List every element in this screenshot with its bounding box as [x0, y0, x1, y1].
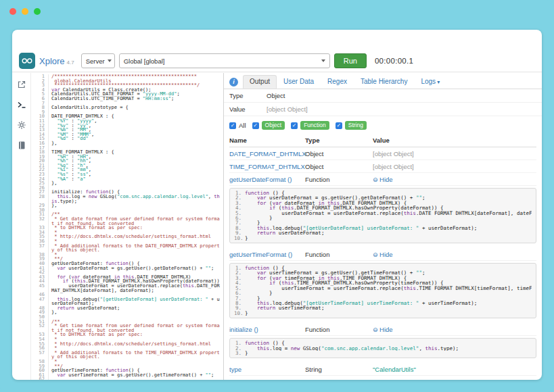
editor-line-code: * to DHTMLX format as per spec:	[51, 226, 223, 230]
editor-line: 28 this.log = new GSLog("com.snc.app.cal…	[31, 195, 223, 203]
side-icon-strip	[12, 73, 31, 380]
code-line-text: }	[245, 296, 532, 301]
scope-select[interactable]: Global [global]	[119, 53, 330, 68]
result-name-cell: type	[229, 366, 305, 373]
summary-label: Value	[229, 105, 267, 113]
editor-line-number: 62	[31, 377, 49, 380]
table-row: typeString"CalendarUtils"	[229, 363, 536, 376]
code-line-text: return userDateFormat;	[245, 230, 532, 235]
result-type-cell: Function	[305, 251, 373, 258]
object-name-link[interactable]: getUserTimeFormat ()	[229, 251, 292, 258]
book-icon[interactable]	[17, 141, 26, 150]
editor-line-number: 4	[31, 88, 49, 93]
code-line-text: for (var timeFormat in this.TIME_FORMAT_…	[245, 276, 532, 280]
xplore-window: Xplore 4.7 Server Global [global] Run 00…	[12, 30, 542, 380]
editor-line-code	[51, 315, 223, 320]
filter-object[interactable]: ✓Object	[252, 121, 285, 130]
result-type-cell: String	[305, 366, 373, 373]
code-line-text: if (this.TIME_FORMAT_DHTMLX.hasOwnProper…	[245, 280, 532, 285]
summary-label: Type	[229, 92, 267, 99]
editor-line-code: },	[51, 141, 223, 146]
editor-line-code: var userTimeFormat = gs.getUser().getTim…	[51, 373, 223, 378]
editor-line-code: },	[51, 310, 223, 315]
tab-regex[interactable]: Regex	[321, 75, 354, 89]
hide-code-link[interactable]: ⊖ Hide	[373, 326, 393, 333]
tab-output[interactable]: Output	[243, 75, 277, 89]
code-line: 1.function () {	[234, 341, 532, 345]
editor-line-code: CalendarUtils.UTC_TIME_FORMAT = "HH:mm:s…	[51, 97, 223, 101]
editor-line: 45 userDateFormat = userDateFormat.repla…	[31, 284, 223, 293]
hide-code-link[interactable]: ⊖ Hide	[373, 251, 393, 258]
editor-line-code: * Add additional formats to the TIME_FOR…	[51, 351, 223, 360]
run-button[interactable]: Run	[334, 53, 367, 68]
server-select[interactable]: Server	[81, 53, 115, 68]
table-row: TIME_FORMAT_DHTMLXObject[object Object]	[229, 160, 536, 173]
result-type-cell: Object	[305, 163, 373, 170]
code-line: 5. userDateFormat = userDateFormat.repla…	[234, 211, 532, 216]
tab-table-hierarchy[interactable]: Table Hierarchy	[354, 75, 414, 89]
table-row: DATE_FORMAT_DHTMLXObject[object Object]	[229, 147, 536, 160]
object-name-link[interactable]: TIME_FORMAT_DHTMLX	[229, 163, 305, 170]
table-row: getUserDateFormat ()Function⊖ Hide	[229, 173, 536, 186]
code-editor[interactable]: 1/**************************************…	[31, 73, 224, 380]
code-line-text: if (this.DATE_FORMAT_DHTMLX.hasOwnProper…	[245, 205, 532, 210]
code-line: 6. }	[234, 291, 532, 295]
function-source-block: 1.function () {2. var userTimeFormat = g…	[229, 263, 536, 318]
object-name-link[interactable]: initialize ()	[229, 326, 258, 333]
result-value-cell: [object Object]	[373, 163, 536, 170]
code-line-text: }	[245, 220, 532, 225]
result-summary: TypeObjectValue[object Object]	[224, 89, 542, 116]
info-icon[interactable]: i	[229, 78, 238, 87]
checkbox-icon[interactable]: ✓	[336, 122, 342, 129]
execution-timer: 00:00:00.1	[375, 57, 413, 65]
terminal-icon[interactable]	[17, 100, 26, 109]
checkbox-icon[interactable]: ✓	[229, 122, 236, 129]
editor-line: 15 "%d" : "dd"	[31, 137, 223, 141]
close-window-button[interactable]	[9, 8, 16, 15]
code-line: 4. if (this.TIME_FORMAT_DHTMLX.hasOwnPro…	[234, 280, 532, 285]
editor-line: 53 * to DHTMLX format as per spec:	[31, 333, 223, 337]
function-source-block: 1.function () {2. this.log = new GSLog("…	[229, 338, 536, 358]
result-value-cell: ⊖ Hide	[373, 176, 536, 183]
code-line-text: for (var dateFormat in this.DATE_FORMAT_…	[245, 201, 532, 205]
checkbox-icon[interactable]: ✓	[291, 122, 298, 129]
tab-logs[interactable]: Logs ▾	[414, 75, 446, 89]
checkbox-icon[interactable]: ✓	[252, 122, 259, 129]
code-line: 8. this.log.debug("[getUserDateFormat] u…	[234, 226, 532, 230]
result-name-cell: getUserDateFormat ()	[229, 176, 305, 183]
editor-line-code: this.log = new GSLog("com.snc.app.calend…	[51, 195, 223, 203]
filter-function[interactable]: ✓Function	[291, 121, 329, 130]
editor-line-code: "%A" : "a"	[51, 177, 223, 182]
code-line-text: function () {	[245, 191, 532, 195]
filter-badge: Object	[262, 121, 285, 130]
circle-minus-icon: ⊖	[373, 326, 379, 333]
filter-all[interactable]: ✓All	[229, 122, 246, 129]
code-line: 9. return userTimeFormat;	[234, 305, 532, 310]
editor-line-number: 8	[31, 105, 49, 110]
editor-line-number: 7	[31, 101, 49, 106]
minimize-window-button[interactable]	[22, 8, 28, 15]
code-line: 8. this.log.debug("[getUserTimeFormat] u…	[234, 301, 532, 305]
summary-value: Object	[267, 92, 285, 99]
filter-string[interactable]: ✓String	[336, 121, 367, 130]
results-table: NameTypeValueDATE_FORMAT_DHTMLXObject[ob…	[224, 134, 542, 376]
editor-line: 29},	[31, 203, 223, 208]
code-line-text: }	[245, 311, 532, 316]
result-value-cell: "CalendarUtils"	[373, 366, 536, 373]
editor-line: 25},	[31, 181, 223, 186]
zoom-window-button[interactable]	[34, 8, 41, 15]
object-name-link[interactable]: DATE_FORMAT_DHTMLX	[229, 150, 306, 157]
tab-user-data[interactable]: User Data	[277, 75, 321, 89]
result-name-cell: TIME_FORMAT_DHTMLX	[229, 163, 305, 170]
code-line-number: 10.	[234, 236, 245, 241]
chevron-down-icon	[321, 59, 325, 62]
server-select-value: Server	[86, 57, 105, 65]
object-name-link[interactable]: type	[229, 366, 241, 373]
toolbar: Xplore 4.7 Server Global [global] Run 00…	[12, 50, 542, 72]
export-icon[interactable]	[17, 80, 26, 89]
gear-icon[interactable]	[17, 120, 26, 130]
hide-code-link[interactable]: ⊖ Hide	[373, 176, 393, 183]
object-name-link[interactable]: getUserDateFormat ()	[229, 176, 292, 183]
code-line-text: }	[245, 291, 532, 295]
function-source-row: 1.function () {2. this.log = new GSLog("…	[229, 336, 536, 363]
